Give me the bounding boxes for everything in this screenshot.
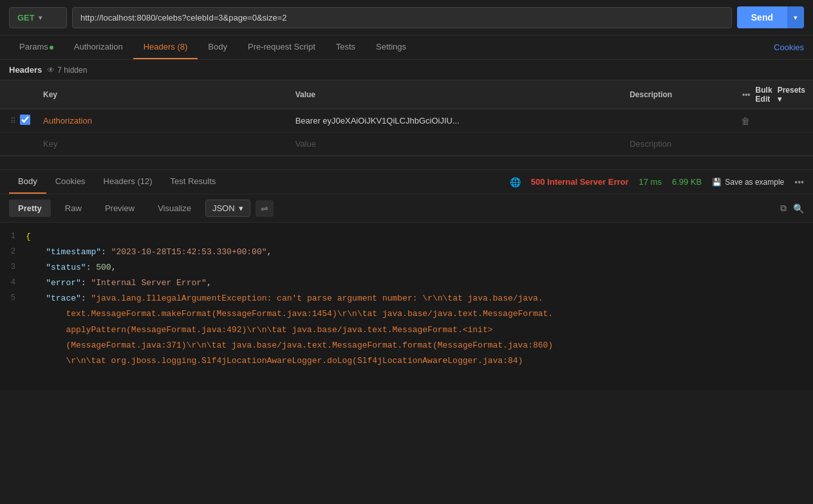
code-line: (MessageFormat.java:371)\r\n\tat java.ba… <box>0 338 813 353</box>
empty-action-cell <box>734 133 813 156</box>
code-line: 1 { <box>0 229 813 245</box>
format-tab-preview[interactable]: Preview <box>96 200 144 217</box>
delete-cell: 🗑 <box>734 109 813 133</box>
code-line: applyPattern(MessageFormat.java:492)\r\n… <box>0 322 813 338</box>
cookies-link[interactable]: Cookies <box>774 42 804 52</box>
code-viewer[interactable]: 1 { 2 "timestamp": "2023-10-28T15:42:53.… <box>0 223 813 390</box>
line-number: 5 <box>0 292 26 306</box>
format-tab-raw[interactable]: Raw <box>56 200 91 217</box>
headers-title-row: Headers 👁 7 hidden <box>0 60 813 80</box>
desc-col-header: Description <box>622 80 734 109</box>
code-line: text.MessageFormat.makeFormat(MessageFor… <box>0 306 813 322</box>
row-checkbox[interactable] <box>20 115 30 125</box>
response-size: 6.99 KB <box>672 177 702 187</box>
response-tab-cookies[interactable]: Cookies <box>46 170 95 194</box>
send-button[interactable]: Send <box>737 6 787 28</box>
tab-settings[interactable]: Settings <box>366 35 416 59</box>
status-badge: 500 Internal Server Error <box>531 177 629 187</box>
line-number <box>0 307 26 321</box>
desc-cell[interactable] <box>622 109 734 133</box>
tab-tests[interactable]: Tests <box>326 35 366 59</box>
headers-section: Headers 👁 7 hidden Key Value Description… <box>0 60 813 156</box>
response-more-icon[interactable]: ••• <box>794 177 804 187</box>
save-example-button[interactable]: 💾 Save as example <box>712 178 784 187</box>
params-dot-indicator <box>50 46 53 50</box>
line-content: "error": "Internal Server Error", <box>26 276 225 290</box>
headers-badge: (8) <box>177 42 187 51</box>
key-col-header: Key <box>35 80 288 109</box>
format-select-chevron-icon: ▾ <box>239 203 243 213</box>
tab-params[interactable]: Params <box>9 35 64 59</box>
copy-icon[interactable]: ⧉ <box>780 203 787 214</box>
send-btn-group: Send ▾ <box>737 6 804 28</box>
code-line: 2 "timestamp": "2023-10-28T15:42:53.330+… <box>0 245 813 260</box>
key-cell[interactable]: Authorization <box>35 109 288 133</box>
line-number <box>0 339 26 353</box>
format-tabs-row: Pretty Raw Preview Visualize JSON ▾ ⇌ ⧉ … <box>0 194 813 223</box>
check-col-header <box>20 80 35 109</box>
search-icon[interactable]: 🔍 <box>793 203 804 214</box>
line-content: (MessageFormat.java:371)\r\n\tat java.ba… <box>26 339 566 353</box>
format-tab-pretty[interactable]: Pretty <box>9 200 51 217</box>
code-line: \r\n\tat org.jboss.logging.Slf4jLocation… <box>0 353 813 369</box>
format-actions: ⧉ 🔍 <box>780 203 804 214</box>
drag-handle[interactable]: ⠿ <box>0 109 20 133</box>
line-number: 4 <box>0 276 26 290</box>
headers-label: Headers <box>9 65 42 75</box>
value-col-header: Value <box>288 80 622 109</box>
format-select[interactable]: JSON ▾ <box>205 200 250 217</box>
line-content: \r\n\tat org.jboss.logging.Slf4jLocation… <box>26 354 536 368</box>
empty-table-row: Key Value Description <box>0 133 813 156</box>
line-content: "trace": "java.lang.IllegalArgumentExcep… <box>26 292 556 306</box>
code-line: 5 "trace": "java.lang.IllegalArgumentExc… <box>0 291 813 306</box>
eye-icon: 👁 <box>47 66 55 75</box>
line-number <box>0 354 26 368</box>
response-tab-headers[interactable]: Headers (12) <box>95 170 162 194</box>
response-status-area: 🌐 500 Internal Server Error 17 ms 6.99 K… <box>510 177 804 187</box>
response-time: 17 ms <box>639 177 662 187</box>
method-chevron-icon: ▾ <box>39 14 42 21</box>
response-tabs-row: Body Cookies Headers (12) Test Results 🌐… <box>0 170 813 194</box>
tab-authorization[interactable]: Authorization <box>64 35 133 59</box>
response-tab-body[interactable]: Body <box>9 170 46 194</box>
delete-row-icon[interactable]: 🗑 <box>734 116 756 126</box>
code-line: 3 "status": 500, <box>0 260 813 275</box>
tab-headers[interactable]: Headers (8) <box>133 35 198 59</box>
drag-col-header <box>0 80 20 109</box>
empty-key-cell[interactable]: Key <box>35 133 288 156</box>
response-tab-test-results[interactable]: Test Results <box>162 170 225 194</box>
method-value: GET <box>17 13 35 23</box>
save-icon: 💾 <box>712 178 722 187</box>
code-line: 4 "error": "Internal Server Error", <box>0 275 813 291</box>
line-number: 2 <box>0 245 26 259</box>
headers-table: Key Value Description ••• Bulk Edit Pres… <box>0 80 813 156</box>
method-selector[interactable]: GET ▾ <box>9 7 67 28</box>
value-cell[interactable]: Bearer eyJ0eXAiOiJKV1QiLCJhbGciOiJIU... <box>288 109 622 133</box>
response-section: Body Cookies Headers (12) Test Results 🌐… <box>0 169 813 390</box>
empty-check-cell <box>20 133 35 156</box>
tab-body[interactable]: Body <box>198 35 238 59</box>
request-tabs: Params Authorization Headers (8) Body Pr… <box>0 35 813 60</box>
send-dropdown-button[interactable]: ▾ <box>787 6 804 28</box>
empty-desc-cell[interactable]: Description <box>622 133 734 156</box>
more-actions-icon[interactable]: ••• <box>742 90 751 99</box>
wrap-button[interactable]: ⇌ <box>256 200 274 217</box>
actions-col-header: ••• Bulk Edit Presets ▾ <box>734 80 813 109</box>
line-content: applyPattern(MessageFormat.java:492)\r\n… <box>26 323 506 337</box>
table-row: ⠿ Authorization Bearer eyJ0eXAiOiJKV1QiL… <box>0 109 813 133</box>
tab-pre-request-script[interactable]: Pre-request Script <box>238 35 326 59</box>
drag-dots-icon: ⠿ <box>6 117 20 126</box>
presets-button[interactable]: Presets ▾ <box>778 86 805 104</box>
line-number: 1 <box>0 230 26 244</box>
line-content: text.MessageFormat.makeFormat(MessageFor… <box>26 307 566 321</box>
url-input[interactable] <box>72 7 732 28</box>
empty-drag-handle <box>0 133 20 156</box>
response-headers-badge: (12) <box>137 176 152 186</box>
hidden-count: 👁 7 hidden <box>47 66 87 75</box>
format-tab-visualize[interactable]: Visualize <box>149 200 200 217</box>
line-number: 3 <box>0 261 26 275</box>
globe-icon: 🌐 <box>510 177 521 187</box>
line-content: { <box>26 230 44 244</box>
bulk-edit-button[interactable]: Bulk Edit <box>756 86 772 104</box>
empty-value-cell[interactable]: Value <box>288 133 622 156</box>
